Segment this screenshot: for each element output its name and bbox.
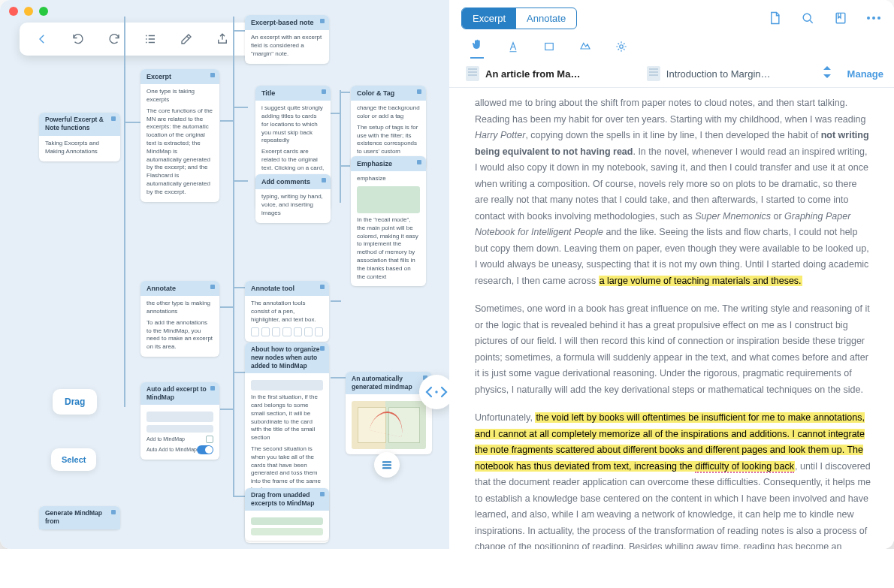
app-window: Excerpt-based note An excerpt with an ex…	[0, 0, 894, 549]
card-menu-fab[interactable]	[374, 452, 400, 478]
rectangle-icon[interactable]	[542, 40, 556, 56]
card-add-comments[interactable]: Add comments typing, writing by hand, vo…	[255, 174, 331, 223]
doc-toolbar: Excerpt Annotate	[449, 0, 894, 36]
select-chip[interactable]: Select	[51, 448, 96, 471]
panel-nav[interactable]	[419, 375, 449, 409]
card-title: Add comments	[255, 174, 331, 189]
para-2: Sometimes, one word in a book has great …	[475, 301, 871, 398]
card-title: Auto add excerpt to MindMap	[140, 382, 219, 405]
card-body: An excerpt with an excerpt field is cons…	[245, 30, 329, 63]
svg-point-3	[435, 390, 437, 393]
card-title: Drag from unadded excerpts to MindMap	[245, 488, 329, 511]
manage-button[interactable]: Manage	[847, 68, 883, 80]
card-title: Excerpt	[140, 69, 219, 84]
card-title: Emphasize	[351, 156, 426, 171]
mode-excerpt[interactable]: Excerpt	[462, 8, 516, 29]
card-body: Taking Excerpts and Making Annotations	[39, 136, 120, 161]
toggle-icon[interactable]	[197, 445, 213, 454]
card-annotate[interactable]: Annotate the other type is making annota…	[140, 281, 219, 357]
card-emphasize[interactable]: Emphasize emphasize In the "recall mode"…	[351, 156, 426, 286]
card-title: Powerful Excerpt & Note functions	[39, 113, 120, 136]
mindmap-canvas[interactable]: Excerpt-based note An excerpt with an ex…	[0, 0, 449, 549]
card-powerful[interactable]: Powerful Excerpt & Note functions Taking…	[39, 113, 120, 161]
card-title: Color & Tag	[351, 86, 426, 101]
svg-point-4	[803, 14, 811, 21]
lasso-icon[interactable]	[578, 40, 592, 56]
para-1: allowed me to bring about the shift from…	[475, 95, 871, 289]
tab-active[interactable]: An article from Ma…	[460, 63, 633, 84]
card-title: Annotate tool	[245, 281, 329, 296]
document-panel: Excerpt Annotate An article from Ma… I	[449, 0, 894, 549]
tab-label: Introduction to Margin…	[666, 68, 771, 80]
annotation-tools	[449, 36, 894, 60]
tab-label: An article from Ma…	[485, 68, 580, 80]
svg-rect-6	[545, 44, 554, 50]
card-drag-unadded[interactable]: Drag from unadded excerpts to MindMap	[245, 488, 329, 541]
card-body: emphasize In the "recall mode", the main…	[351, 171, 426, 286]
tab-other[interactable]: Introduction to Margin…	[641, 63, 814, 84]
card-body: One type is taking excerpts The core fun…	[140, 84, 219, 201]
highlight[interactable]: a large volume of teaching materials and…	[599, 276, 802, 286]
svg-rect-0	[382, 461, 391, 463]
more-icon[interactable]	[865, 10, 882, 26]
bookmark-icon[interactable]	[832, 10, 849, 26]
card-annotate-tool[interactable]: Annotate tool The annotation tools consi…	[245, 281, 329, 342]
card-body: the other type is making annotations To …	[140, 296, 219, 357]
svg-rect-2	[382, 467, 391, 469]
settings-icon[interactable]	[615, 40, 628, 56]
para-3: Unfortunately, the void left by books wi…	[475, 410, 871, 549]
mode-annotate[interactable]: Annotate	[516, 8, 576, 29]
card-title: Title	[255, 86, 331, 101]
card-body: The annotation tools consist of a pen, h…	[245, 296, 329, 341]
mode-segment: Excerpt Annotate	[461, 8, 577, 29]
search-icon[interactable]	[799, 10, 816, 26]
chevron-left-right-icon	[423, 384, 449, 400]
card-body: typing, writing by hand, voice, and inse…	[255, 189, 331, 222]
card-auto-generated[interactable]: An automatically generated mindmap	[346, 372, 432, 454]
card-body: Add to MindMap Auto Add to MindMap	[140, 405, 219, 460]
card-title: Annotate	[140, 281, 219, 296]
document-icon	[647, 66, 660, 81]
document-body[interactable]: allowed me to bring about the shift from…	[449, 88, 894, 549]
card-excerpt-based-note[interactable]: Excerpt-based note An excerpt with an ex…	[245, 15, 329, 64]
card-excerpt[interactable]: Excerpt One type is taking excerpts The …	[140, 69, 219, 202]
svg-rect-1	[382, 464, 391, 466]
card-body	[245, 511, 329, 541]
card-generate-from[interactable]: Generate MindMap from	[39, 506, 120, 529]
sort-icon[interactable]	[822, 66, 832, 81]
card-title: Generate MindMap from	[39, 506, 120, 529]
svg-point-7	[620, 45, 624, 49]
hand-icon[interactable]	[470, 38, 484, 59]
card-title: About how to organize new nodes when aut…	[245, 342, 329, 373]
document-icon	[466, 66, 479, 81]
drag-chip[interactable]: Drag	[53, 389, 97, 415]
card-title: Excerpt-based note	[245, 15, 329, 30]
card-body	[346, 394, 432, 454]
text-style-icon[interactable]	[506, 40, 520, 56]
mindmap-panel[interactable]: Excerpt-based note An excerpt with an ex…	[0, 0, 449, 549]
underline: difficulty of looking back	[695, 461, 794, 473]
document-tabs: An article from Ma… Introduction to Marg…	[449, 60, 894, 88]
document-icon[interactable]	[766, 10, 783, 26]
card-auto-add[interactable]: Auto add excerpt to MindMap Add to MindM…	[140, 382, 219, 460]
